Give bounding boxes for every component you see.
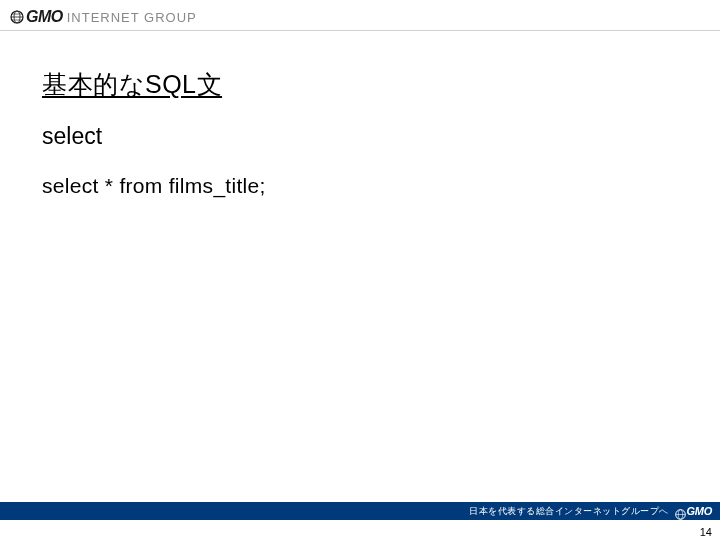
sql-code: select * from films_title; (42, 174, 682, 198)
page-number: 14 (700, 526, 712, 538)
footer-globe-icon (675, 506, 686, 517)
footer-logo: GMO (675, 505, 712, 517)
header-divider (0, 30, 720, 31)
footer-bar: 日本を代表する総合インターネットグループへ GMO (0, 502, 720, 520)
slide-subtitle: select (42, 123, 682, 150)
footer-logo-text: GMO (687, 505, 712, 517)
footer-tagline: 日本を代表する総合インターネットグループへ (469, 505, 669, 518)
slide-title: 基本的なSQL文 (42, 68, 682, 101)
header-logo: GMO INTERNET GROUP (10, 8, 197, 26)
logo-text-main: GMO (26, 8, 63, 26)
logo-text-sub: INTERNET GROUP (67, 10, 197, 25)
globe-icon (10, 10, 24, 24)
gmo-logo: GMO INTERNET GROUP (10, 8, 197, 26)
slide-content: 基本的なSQL文 select select * from films_titl… (42, 68, 682, 198)
